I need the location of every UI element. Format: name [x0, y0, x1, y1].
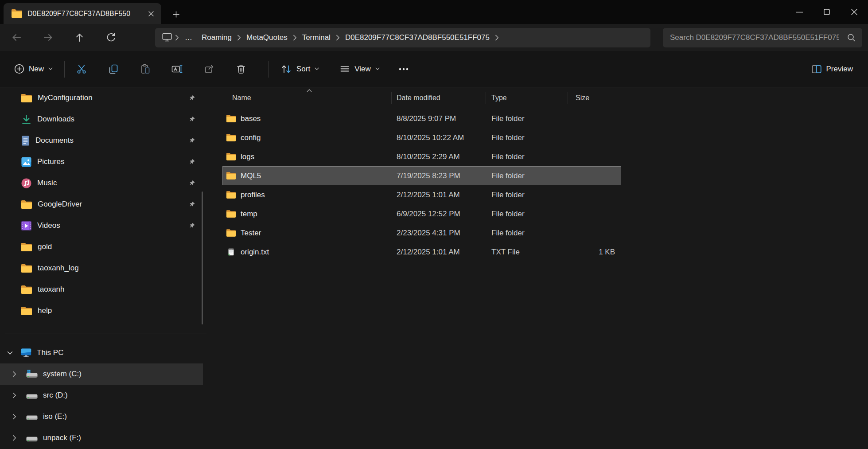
- table-row[interactable]: config8/10/2025 10:22 AMFile folder: [222, 128, 621, 147]
- sidebar-drive-item[interactable]: iso (E:): [0, 406, 212, 427]
- sidebar-item-myconfiguration[interactable]: MyConfiguration: [0, 87, 212, 109]
- file-date: 8/10/2025 2:29 AM: [392, 152, 486, 161]
- file-date: 8/10/2025 10:22 AM: [392, 133, 486, 142]
- chevron-right-icon[interactable]: [12, 392, 16, 398]
- breadcrumb-item[interactable]: D0E8209F77C8CF37AD8BF550E51FF075: [341, 33, 494, 42]
- more-options-button[interactable]: [393, 59, 414, 80]
- search-icon: [847, 33, 856, 42]
- sidebar-item-documents[interactable]: Documents: [0, 130, 212, 151]
- chevron-down-icon: [315, 67, 319, 70]
- new-button[interactable]: New: [9, 59, 58, 80]
- sidebar-item-downloads[interactable]: Downloads: [0, 109, 212, 130]
- view-button[interactable]: View: [334, 59, 385, 80]
- chevron-right-icon: [236, 35, 242, 41]
- column-header-type[interactable]: Type: [486, 89, 568, 107]
- drive-icon: [26, 391, 38, 400]
- tab-close-button[interactable]: [145, 8, 157, 20]
- up-button[interactable]: [70, 29, 88, 47]
- refresh-button[interactable]: [102, 29, 120, 47]
- toolbar-separator: [64, 61, 65, 78]
- close-window-button[interactable]: [841, 0, 868, 24]
- sidebar-item-label: Pictures: [37, 157, 64, 166]
- table-row[interactable]: logs8/10/2025 2:29 AMFile folder: [222, 147, 621, 166]
- sidebar-divider: [5, 333, 206, 333]
- sidebar-item-label: Downloads: [37, 115, 74, 124]
- preview-button-label: Preview: [826, 65, 853, 74]
- column-header-size[interactable]: Size: [568, 89, 621, 107]
- file-size: 1 KB: [568, 248, 621, 257]
- table-row[interactable]: profiles2/12/2025 1:01 AMFile folder: [222, 185, 621, 204]
- chevron-right-icon[interactable]: [12, 371, 16, 377]
- copy-button[interactable]: [103, 59, 124, 80]
- sidebar-item-label: MyConfiguration: [38, 94, 93, 102]
- breadcrumb-root-button[interactable]: [160, 33, 174, 42]
- explorer-tab[interactable]: D0E8209F77C8CF37AD8BF550: [4, 3, 161, 24]
- chevron-down-icon[interactable]: [7, 351, 13, 355]
- file-name: config: [241, 133, 261, 142]
- table-row[interactable]: Tester2/23/2025 4:31 PMFile folder: [222, 223, 621, 242]
- sort-button[interactable]: Sort: [275, 59, 324, 80]
- forward-button[interactable]: [39, 29, 57, 47]
- delete-button[interactable]: [230, 59, 252, 80]
- pin-icon: [189, 138, 195, 144]
- file-name: profiles: [241, 191, 265, 199]
- chevron-right-icon[interactable]: [12, 435, 16, 441]
- rename-button[interactable]: [167, 59, 188, 80]
- sidebar-drive-item[interactable]: src (D:): [0, 385, 212, 406]
- sidebar-item-music[interactable]: Music: [0, 172, 212, 194]
- folder-icon: [21, 94, 32, 102]
- paste-button[interactable]: [135, 59, 156, 80]
- picture-icon: [21, 157, 31, 167]
- sidebar-item-googledriver[interactable]: GoogleDriver: [0, 194, 212, 215]
- sidebar-item-gold[interactable]: gold: [0, 236, 212, 258]
- sidebar-item-help[interactable]: help: [0, 300, 212, 321]
- sidebar-scrollbar[interactable]: [202, 191, 203, 324]
- file-name: origin.txt: [241, 248, 269, 257]
- sidebar-item-taoxanh_log[interactable]: taoxanh_log: [0, 258, 212, 279]
- drive-label: unpack (F:): [43, 433, 81, 442]
- column-header-name[interactable]: Name: [222, 89, 392, 107]
- breadcrumb-ellipsis[interactable]: …: [180, 33, 198, 42]
- sidebar-item-label: help: [38, 306, 52, 315]
- preview-toggle-button[interactable]: Preview: [806, 59, 858, 80]
- sidebar-item-taoxanh[interactable]: taoxanh: [0, 279, 212, 300]
- command-bar: New Sort View Preview: [0, 51, 868, 87]
- this-pc-icon: [21, 348, 31, 358]
- new-tab-button[interactable]: [168, 7, 183, 22]
- chevron-right-icon: [174, 35, 180, 41]
- share-button[interactable]: [199, 59, 220, 80]
- minimize-button[interactable]: [786, 0, 813, 24]
- folder-icon: [226, 229, 236, 237]
- chevron-right-icon[interactable]: [12, 414, 16, 420]
- file-name: Tester: [241, 229, 261, 238]
- file-type: File folder: [486, 229, 568, 238]
- file-rows: bases8/8/2025 9:07 PMFile folderconfig8/…: [222, 109, 868, 262]
- sidebar-item-this-pc[interactable]: This PC: [0, 342, 212, 363]
- breadcrumb-item[interactable]: Roaming: [198, 33, 236, 42]
- folder-icon: [21, 200, 32, 209]
- sidebar-item-label: taoxanh: [38, 285, 65, 294]
- table-row[interactable]: temp6/9/2025 12:52 PMFile folder: [222, 204, 621, 223]
- table-row[interactable]: MQL57/19/2025 8:23 PMFile folder: [222, 166, 621, 185]
- drive-icon: [26, 433, 38, 443]
- search-input[interactable]: [670, 33, 839, 42]
- cut-button[interactable]: [71, 59, 92, 80]
- column-header-date-modified[interactable]: Date modified: [392, 89, 486, 107]
- chevron-right-icon: [292, 35, 298, 41]
- back-button[interactable]: [8, 29, 25, 47]
- breadcrumb-item[interactable]: Terminal: [298, 33, 335, 42]
- navigation-pane: MyConfigurationDownloadsDocumentsPicture…: [0, 87, 212, 449]
- sidebar-item-pictures[interactable]: Pictures: [0, 151, 212, 172]
- search-box: [663, 28, 862, 47]
- sidebar-item-label: taoxanh_log: [38, 264, 79, 273]
- tab-title: D0E8209F77C8CF37AD8BF550: [27, 10, 140, 18]
- breadcrumb-item[interactable]: MetaQuotes: [242, 33, 292, 42]
- file-date: 2/12/2025 1:01 AM: [392, 248, 486, 257]
- table-row[interactable]: origin.txt2/12/2025 1:01 AMTXT File1 KB: [222, 242, 621, 262]
- sidebar-drive-item[interactable]: unpack (F:): [0, 427, 212, 449]
- maximize-button[interactable]: [813, 0, 841, 24]
- sidebar-item-videos[interactable]: Videos: [0, 215, 212, 236]
- sidebar-drive-item[interactable]: system (C:): [0, 363, 203, 385]
- sort-arrows-icon: [280, 63, 292, 75]
- table-row[interactable]: bases8/8/2025 9:07 PMFile folder: [222, 109, 621, 128]
